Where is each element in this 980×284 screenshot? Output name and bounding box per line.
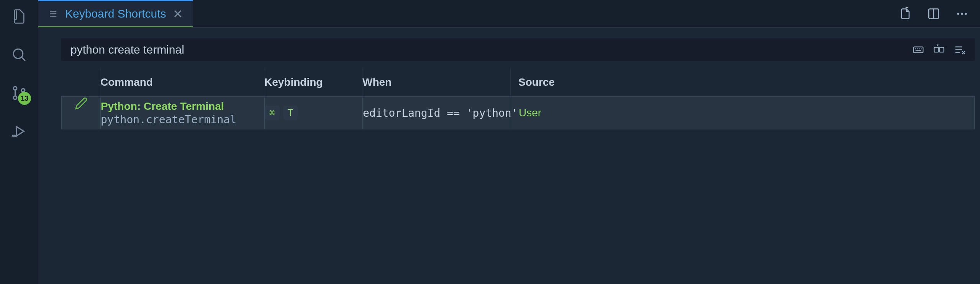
source-control-icon[interactable]: 13: [10, 83, 29, 103]
sort-precedence-icon[interactable]: [933, 44, 945, 55]
command-cell: Python: Create Terminal python.createTer…: [101, 97, 265, 129]
record-keys-icon[interactable]: [913, 44, 924, 55]
svg-point-5: [13, 135, 16, 137]
editor-area: Keyboard Shortcuts: [38, 0, 980, 284]
scm-badge: 13: [18, 92, 31, 105]
search-input[interactable]: [70, 43, 913, 56]
more-actions-icon[interactable]: [955, 7, 969, 20]
explorer-icon[interactable]: [10, 7, 29, 26]
header-command[interactable]: Command: [100, 68, 264, 96]
table-row[interactable]: Python: Create Terminal python.createTer…: [61, 96, 975, 129]
run-debug-icon[interactable]: [10, 122, 29, 141]
tab-keyboard-shortcuts[interactable]: Keyboard Shortcuts: [38, 0, 193, 27]
activity-bar: 13: [0, 0, 38, 284]
open-file-icon[interactable]: [899, 7, 912, 20]
close-icon[interactable]: [173, 9, 183, 19]
tab-bar: Keyboard Shortcuts: [38, 0, 980, 28]
command-id: python.createTerminal: [101, 113, 264, 126]
clear-filter-icon[interactable]: [954, 44, 965, 55]
svg-rect-22: [934, 47, 939, 52]
when-cell: editorLangId == 'python': [363, 97, 511, 129]
svg-rect-16: [914, 47, 923, 53]
table-header: Command Keybinding When Source: [61, 68, 975, 96]
svg-point-0: [13, 49, 23, 59]
svg-line-1: [21, 57, 25, 61]
list-icon: [48, 9, 58, 19]
edit-icon[interactable]: [62, 97, 101, 129]
editor-actions: [899, 0, 980, 27]
header-source[interactable]: Source: [511, 68, 975, 96]
header-when[interactable]: When: [362, 68, 511, 96]
search-bar: [61, 38, 975, 61]
split-editor-icon[interactable]: [927, 7, 940, 20]
tab-title: Keyboard Shortcuts: [65, 7, 166, 20]
header-keybinding[interactable]: Keybinding: [264, 68, 362, 96]
svg-point-14: [961, 13, 963, 15]
search-icon[interactable]: [10, 45, 29, 64]
svg-point-15: [965, 13, 967, 15]
command-title: Python: Create Terminal: [101, 100, 264, 113]
key: ⌘: [265, 106, 279, 120]
source-cell: User: [511, 97, 974, 129]
svg-point-13: [957, 13, 959, 15]
svg-rect-23: [939, 47, 944, 52]
shortcuts-table: Command Keybinding When Source Python: C…: [61, 68, 975, 129]
svg-point-3: [13, 96, 17, 100]
keyboard-shortcuts-content: Command Keybinding When Source Python: C…: [38, 28, 980, 284]
key: T: [283, 106, 298, 120]
keybinding-cell: ⌘ T: [265, 97, 363, 129]
